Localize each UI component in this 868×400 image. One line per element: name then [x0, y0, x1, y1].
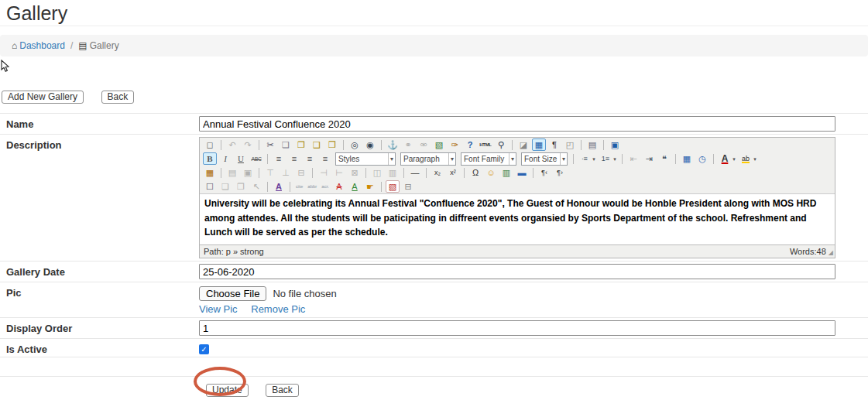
strikethrough-icon[interactable]: ABC — [249, 152, 263, 165]
insert-layer-icon[interactable]: ☐ — [203, 180, 217, 193]
insert-row-before-icon[interactable]: ⊤ — [263, 166, 277, 179]
breadcrumb-item-dashboard[interactable]: ⌂ Dashboard — [12, 40, 65, 51]
html-source-icon[interactable]: HTML — [479, 138, 492, 151]
indent-icon[interactable]: ⇥ — [642, 152, 656, 165]
styles-dropdown[interactable]: Styles▾ — [335, 152, 396, 166]
embed-icon[interactable]: ▬ — [515, 166, 529, 179]
horizontal-rule-icon[interactable]: — — [408, 166, 422, 179]
split-cells-icon[interactable]: ◫ — [370, 166, 384, 179]
insert-date-icon[interactable]: ▦ — [680, 152, 694, 165]
gallery-date-input[interactable] — [199, 264, 835, 279]
insert-image-icon[interactable]: ▧ — [432, 138, 446, 151]
paragraph-dropdown[interactable]: Paragraph▾ — [400, 152, 456, 166]
remove-pic-link[interactable]: Remove Pic — [251, 303, 305, 315]
paste-as-text-icon[interactable]: ❑ — [310, 138, 324, 151]
choose-file-button[interactable]: Choose File — [199, 286, 266, 301]
insert-table-icon[interactable]: ▦ — [203, 166, 217, 179]
dashboard-link[interactable]: Dashboard — [19, 40, 65, 51]
visual-chars-icon[interactable]: ¶ — [547, 138, 561, 151]
table-row-properties-icon[interactable]: ▤ — [225, 166, 239, 179]
help-icon[interactable]: ? — [463, 138, 477, 151]
cut-icon[interactable]: ✂ — [263, 138, 277, 151]
align-justify-icon[interactable]: ≡ — [318, 152, 332, 165]
blockquote-icon[interactable]: ❝ — [657, 152, 671, 165]
font-size-dropdown[interactable]: Font Size▾ — [521, 152, 568, 166]
align-left-icon[interactable]: ≡ — [272, 152, 286, 165]
delete-row-icon[interactable]: ⊟ — [294, 166, 308, 179]
bullet-list-arrow-icon[interactable]: ▾ — [591, 152, 597, 165]
absolute-position-icon[interactable]: ↖ — [249, 180, 263, 193]
insert-row-after-icon[interactable]: ⊥ — [279, 166, 293, 179]
ltr-icon[interactable]: ¶‹ — [537, 166, 551, 179]
back-button-bottom[interactable]: Back — [266, 384, 299, 397]
align-right-icon[interactable]: ≡ — [303, 152, 317, 165]
image-map-icon[interactable]: ▧ — [386, 180, 400, 193]
name-input[interactable] — [199, 116, 835, 132]
rtl-icon[interactable]: ¶› — [553, 166, 567, 179]
editor-content[interactable]: University will be celebrating its Annua… — [200, 193, 835, 244]
special-char-icon[interactable]: Ω — [468, 166, 482, 179]
italic-icon[interactable]: I — [218, 152, 232, 165]
align-center-icon[interactable]: ≡ — [287, 152, 301, 165]
find-replace-icon[interactable]: ◉ — [363, 138, 377, 151]
search-preview-icon[interactable]: ⚲ — [494, 138, 508, 151]
move-forward-icon[interactable]: ❏ — [218, 180, 232, 193]
redo-icon[interactable]: ↷ — [241, 138, 255, 151]
move-backward-icon[interactable]: ❐ — [234, 180, 248, 193]
font-family-dropdown[interactable]: Font Family▾ — [461, 152, 516, 166]
remove-format-icon[interactable]: ◪ — [516, 138, 530, 151]
new-document-icon[interactable]: ◻ — [203, 138, 217, 151]
text-color-icon[interactable]: A — [718, 152, 732, 165]
superscript-icon[interactable]: x² — [446, 166, 460, 179]
preview-page-icon[interactable]: ◰ — [563, 138, 577, 151]
insert-column-after-icon[interactable]: ⊢ — [332, 166, 346, 179]
numbered-list-icon[interactable]: 1≡ — [599, 152, 612, 165]
abbr-icon[interactable]: abbr — [306, 180, 318, 193]
outdent-icon[interactable]: ⇤ — [626, 152, 640, 165]
paste-from-word-icon[interactable]: ❒ — [325, 138, 339, 151]
add-new-gallery-button[interactable]: Add New Gallery — [2, 91, 84, 104]
style-props-icon[interactable]: A — [272, 180, 286, 193]
subscript-icon[interactable]: x₂ — [431, 166, 444, 179]
undo-icon[interactable]: ↶ — [225, 138, 239, 151]
view-pic-link[interactable]: View Pic — [199, 303, 238, 315]
numbered-list-arrow-icon[interactable]: ▾ — [612, 152, 618, 165]
attributes-icon[interactable]: ☛ — [363, 180, 377, 193]
print-icon[interactable]: ▤ — [585, 138, 599, 151]
display-order-input[interactable] — [199, 320, 835, 336]
cleanup-icon[interactable]: ✑ — [448, 138, 461, 151]
background-color-arrow-icon[interactable]: ▾ — [752, 152, 758, 165]
display-order-label: Display Order — [0, 318, 199, 338]
delete-column-icon[interactable]: ⊠ — [348, 166, 362, 179]
fullscreen-icon[interactable]: ▣ — [608, 138, 622, 151]
merge-cells-icon[interactable]: ▥ — [386, 166, 400, 179]
copy-icon[interactable]: ❏ — [279, 138, 293, 151]
insert-time-icon[interactable]: ◷ — [695, 152, 709, 165]
ins-icon[interactable]: A — [348, 180, 362, 193]
paste-icon[interactable]: ❐ — [294, 138, 308, 151]
toolbar-separator — [464, 168, 465, 178]
find-icon[interactable]: ◎ — [348, 138, 362, 151]
page-break-icon[interactable]: ⊟ — [401, 180, 415, 193]
bold-icon[interactable]: B — [203, 152, 217, 165]
link-icon[interactable]: ⚭ — [401, 138, 415, 151]
del-icon[interactable]: A — [332, 180, 346, 193]
background-color-icon[interactable]: ab — [739, 152, 753, 165]
update-button[interactable]: Update — [206, 384, 249, 397]
acronym-icon[interactable]: acr. — [320, 180, 331, 193]
back-button-top[interactable]: Back — [101, 91, 135, 104]
anchor-icon[interactable]: ⚓ — [386, 138, 400, 151]
resize-handle-icon[interactable]: ◢ — [829, 249, 833, 256]
insert-column-before-icon[interactable]: ⊣ — [317, 166, 331, 179]
unlink-icon[interactable]: ⚮ — [417, 138, 431, 151]
cite-icon[interactable]: cite — [294, 180, 304, 193]
text-color-arrow-icon[interactable]: ▾ — [731, 152, 737, 165]
underline-icon[interactable]: U — [234, 152, 248, 165]
table-cell-properties-icon[interactable]: ▣ — [241, 166, 255, 179]
emoticons-icon[interactable]: ☺ — [484, 166, 498, 179]
bottom-actions: Update Back — [0, 376, 868, 397]
bullet-list-icon[interactable]: ∙≡ — [578, 152, 592, 165]
visualaid-icon[interactable]: ▦ — [532, 138, 546, 151]
is-active-checkbox[interactable]: ✓ — [199, 344, 209, 354]
media-icon[interactable]: ▥ — [499, 166, 513, 179]
